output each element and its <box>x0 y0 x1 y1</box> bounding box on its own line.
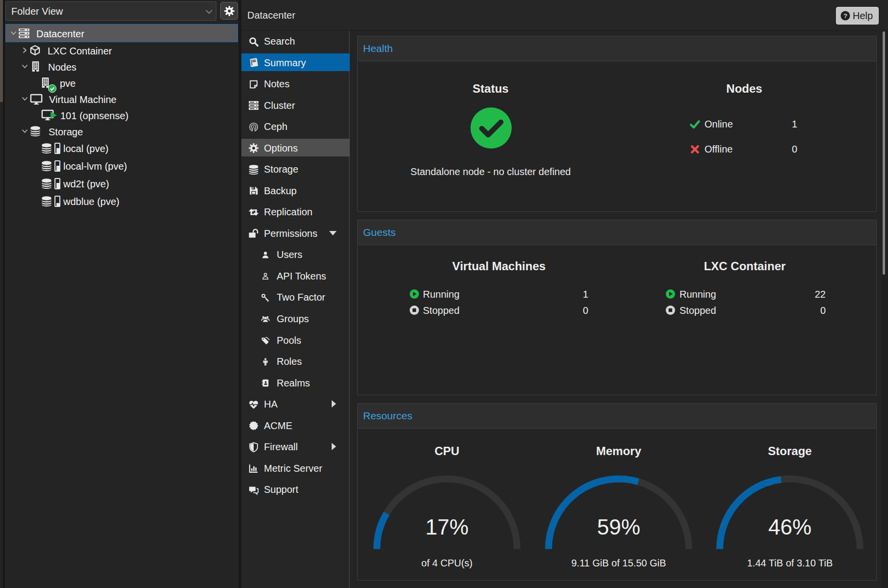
svg-text:?: ? <box>843 12 847 20</box>
